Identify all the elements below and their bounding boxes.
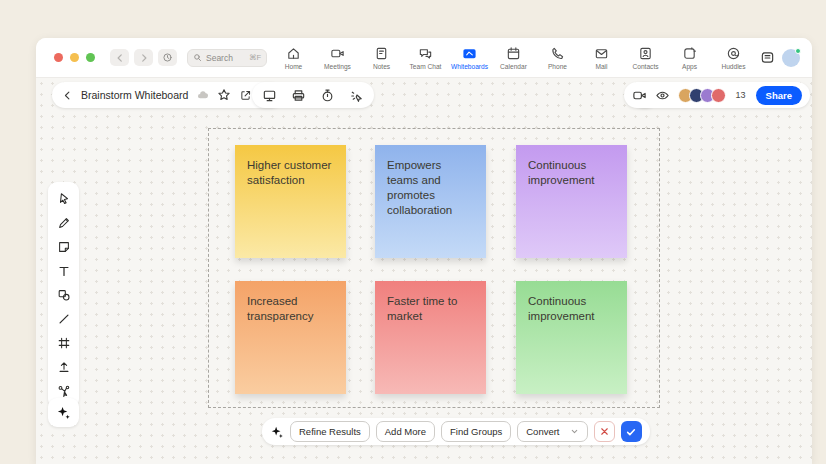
maximize-window-button[interactable]: [86, 53, 95, 62]
video-call-button[interactable]: [632, 88, 647, 103]
ai-sparkle-icon: [56, 405, 71, 420]
checkmark-icon: [625, 426, 637, 438]
search-shortcut: ⌘F: [249, 53, 261, 62]
accept-results-button[interactable]: [621, 421, 642, 442]
window-controls: [54, 53, 95, 62]
board-actions-toolbar: [252, 82, 374, 108]
laser-pointer-icon: [349, 88, 364, 103]
print-button[interactable]: [291, 88, 306, 103]
reject-results-button[interactable]: [594, 421, 615, 442]
notes-icon: [374, 46, 389, 61]
text-icon: [57, 264, 71, 278]
nav-contacts[interactable]: Contacts: [625, 46, 666, 70]
present-screen-icon: [262, 88, 277, 103]
chevron-left-icon: [62, 90, 73, 101]
timer-button[interactable]: [320, 88, 335, 103]
sticky-note[interactable]: Continuous improvement: [516, 145, 627, 258]
refine-results-button[interactable]: Refine Results: [290, 421, 370, 442]
upload-icon: [57, 360, 71, 374]
nav-label: Mail: [595, 63, 607, 70]
nav-label: Huddles: [721, 63, 745, 70]
favorite-button[interactable]: [217, 88, 231, 102]
recent-history-button[interactable]: [158, 49, 177, 66]
nav-team-chat[interactable]: Team Chat: [405, 46, 446, 70]
share-button[interactable]: Share: [756, 86, 802, 105]
nav-meetings[interactable]: Meetings: [317, 46, 358, 70]
sticky-note[interactable]: Continuous improvement: [516, 281, 627, 394]
pen-tool-button[interactable]: [52, 213, 75, 233]
history-forward-button[interactable]: [134, 49, 153, 66]
minimize-panel-button[interactable]: [760, 50, 775, 65]
collaboration-toolbar: 13 Share: [624, 82, 810, 108]
nav-calendar[interactable]: Calendar: [493, 46, 534, 70]
sticky-note[interactable]: Empowers teams and promotes collaboratio…: [375, 145, 486, 258]
ai-sparkle-icon: [270, 425, 284, 439]
nav-mail[interactable]: Mail: [581, 46, 622, 70]
nav-label: Calendar: [500, 63, 527, 70]
whiteboard-canvas[interactable]: Higher customer satisfaction Empowers te…: [36, 78, 812, 464]
board-title: Brainstorm Whiteboard: [81, 89, 188, 101]
nav-apps[interactable]: Apps: [669, 46, 710, 70]
nav-notes[interactable]: Notes: [361, 46, 402, 70]
sticky-note-text: Higher customer satisfaction: [247, 159, 331, 186]
nav-label: Home: [285, 63, 303, 70]
chevron-left-icon: [115, 53, 125, 63]
close-window-button[interactable]: [54, 53, 63, 62]
collaborator-avatars[interactable]: [678, 88, 726, 103]
convert-label: Convert: [526, 426, 559, 437]
sticky-note-text: Increased transparency: [247, 295, 313, 322]
chevron-right-icon: [139, 53, 149, 63]
mail-icon: [594, 46, 609, 61]
sticky-note[interactable]: Faster time to market: [375, 281, 486, 394]
nav-label: Whiteboards: [451, 63, 488, 70]
cursor-icon: [57, 192, 71, 206]
sticky-note[interactable]: Increased transparency: [235, 281, 346, 394]
chevron-down-icon: [570, 427, 579, 436]
frame-icon: [57, 336, 71, 350]
convert-dropdown[interactable]: Convert: [517, 421, 587, 442]
video-camera-icon: [632, 88, 647, 103]
huddles-icon: [726, 46, 741, 61]
history-back-button[interactable]: [110, 49, 129, 66]
line-icon: [57, 312, 71, 326]
text-tool-button[interactable]: [52, 261, 75, 281]
present-button[interactable]: [262, 88, 277, 103]
back-button[interactable]: [62, 90, 73, 101]
meetings-icon: [330, 46, 345, 61]
close-icon: [599, 426, 610, 437]
sticky-note-tool-button[interactable]: [52, 237, 75, 257]
laser-pointer-button[interactable]: [349, 88, 364, 103]
board-title-toolbar: Brainstorm Whiteboard: [52, 82, 283, 108]
collaborator-count: 13: [736, 90, 746, 100]
search-placeholder: Search: [206, 53, 233, 63]
upload-tool-button[interactable]: [52, 357, 75, 377]
minimize-window-button[interactable]: [70, 53, 79, 62]
follow-presenter-button[interactable]: [655, 88, 670, 103]
search-icon: [193, 53, 202, 62]
desktop-background: Search ⌘F Home Meetings Notes: [0, 0, 826, 464]
ai-assistant-button[interactable]: [48, 398, 79, 427]
export-button[interactable]: [239, 89, 252, 102]
find-groups-button[interactable]: Find Groups: [441, 421, 511, 442]
team-chat-icon: [418, 46, 433, 61]
main-navigation: Home Meetings Notes Team Chat Whiteboard…: [273, 46, 754, 70]
nav-label: Phone: [548, 63, 567, 70]
mind-map-icon: [57, 384, 71, 398]
frame-tool-button[interactable]: [52, 333, 75, 353]
nav-phone[interactable]: Phone: [537, 46, 578, 70]
sticky-note[interactable]: Higher customer satisfaction: [235, 145, 346, 258]
sticky-note-text: Continuous improvement: [528, 159, 594, 186]
shapes-tool-button[interactable]: [52, 285, 75, 305]
nav-huddles[interactable]: Huddles: [713, 46, 754, 70]
search-input[interactable]: Search ⌘F: [187, 49, 267, 67]
select-tool-button[interactable]: [52, 189, 75, 209]
nav-home[interactable]: Home: [273, 46, 314, 70]
clock-history-icon: [162, 52, 173, 63]
calendar-icon: [506, 46, 521, 61]
nav-whiteboards[interactable]: Whiteboards: [449, 46, 490, 70]
user-avatar[interactable]: [782, 49, 800, 67]
pen-icon: [57, 216, 71, 230]
timer-icon: [320, 88, 335, 103]
add-more-button[interactable]: Add More: [376, 421, 435, 442]
line-tool-button[interactable]: [52, 309, 75, 329]
